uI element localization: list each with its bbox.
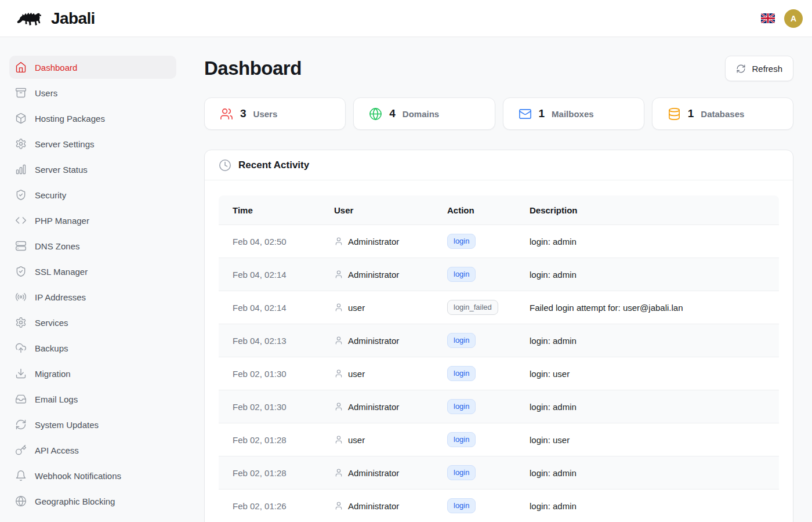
brand-logo[interactable]: Jabali: [16, 8, 95, 30]
activity-row: Feb 04, 02:14userlogin_failedFailed logi…: [219, 291, 779, 324]
activity-description: login: admin: [530, 336, 779, 346]
page-layout: DashboardUsersHosting PackagesServer Set…: [0, 0, 812, 522]
activity-user: Administrator: [334, 468, 447, 478]
activity-time: Feb 02, 01:30: [219, 402, 334, 412]
sidebar-item-dns-zones[interactable]: DNS Zones: [9, 234, 176, 258]
sidebar-item-users[interactable]: Users: [9, 81, 176, 104]
stat-label: Domains: [403, 109, 439, 119]
activity-user: user: [334, 369, 447, 379]
sidebar-item-label: Security: [35, 190, 66, 200]
sidebar-item-label: DNS Zones: [35, 241, 80, 251]
stat-value: 4: [389, 107, 396, 120]
sidebar-item-migration[interactable]: Migration: [9, 362, 176, 385]
activity-user: Administrator: [334, 501, 447, 511]
activity-description: login: admin: [530, 468, 779, 478]
shield-check-icon: [15, 266, 27, 277]
sidebar-item-security[interactable]: Security: [9, 183, 176, 206]
sidebar-item-backups[interactable]: Backups: [9, 336, 176, 360]
stat-value: 1: [539, 107, 545, 120]
sidebar-item-ip-addresses[interactable]: IP Addresses: [9, 285, 176, 309]
main-content: Dashboard Refresh 3Users4Domains1Mailbox…: [186, 37, 812, 522]
sidebar-item-label: API Access: [35, 445, 79, 455]
stat-card-users[interactable]: 3Users: [204, 97, 346, 130]
bar-chart-icon: [15, 164, 27, 175]
activity-row: Feb 04, 02:14Administratorloginlogin: ad…: [219, 258, 779, 291]
user-icon: [334, 402, 343, 411]
broadcast-icon: [15, 291, 27, 303]
sidebar-item-label: Migration: [35, 369, 71, 379]
uk-flag-icon[interactable]: [761, 13, 775, 23]
activity-time: Feb 04, 02:14: [219, 270, 334, 280]
sidebar-item-dashboard[interactable]: Dashboard: [9, 56, 176, 79]
title-row: Dashboard Refresh: [204, 56, 793, 81]
sidebar-item-label: Email Logs: [35, 394, 78, 404]
action-badge: login: [447, 498, 476, 513]
shield-check-icon: [15, 189, 27, 201]
globe-icon: [15, 495, 27, 507]
sidebar-item-api-access[interactable]: API Access: [9, 438, 176, 462]
sidebar-item-email-logs[interactable]: Email Logs: [9, 387, 176, 411]
sidebar-nav: DashboardUsersHosting PackagesServer Set…: [0, 37, 186, 522]
sidebar-item-geographic-blocking[interactable]: Geographic Blocking: [9, 490, 176, 513]
activity-table-header: TimeUserActionDescription: [219, 195, 779, 224]
key-icon: [15, 444, 27, 456]
activity-description: login: user: [530, 435, 779, 445]
sidebar-item-webhook-notifications[interactable]: Webhook Notifications: [9, 464, 176, 487]
column-header-user: User: [334, 205, 447, 215]
sidebar-item-ssl-manager[interactable]: SSL Manager: [9, 260, 176, 283]
sidebar-item-services[interactable]: Services: [9, 311, 176, 334]
user-icon: [334, 369, 343, 378]
sidebar-item-label: PHP Manager: [35, 216, 89, 226]
avatar[interactable]: A: [784, 9, 803, 28]
action-badge: login: [447, 333, 476, 348]
activity-user: user: [334, 303, 447, 313]
recent-activity-title: Recent Activity: [238, 160, 309, 171]
stat-label: Mailboxes: [552, 109, 594, 119]
activity-user: Administrator: [334, 237, 447, 246]
sidebar-item-php-manager[interactable]: PHP Manager: [9, 209, 176, 232]
bell-icon: [15, 470, 27, 481]
sidebar-item-label: Dashboard: [35, 63, 77, 72]
activity-table: TimeUserActionDescription Feb 04, 02:50A…: [219, 195, 779, 522]
refresh-icon: [736, 64, 746, 74]
activity-time: Feb 04, 02:50: [219, 237, 334, 246]
stats-row: 3Users4Domains1Mailboxes1Databases: [204, 97, 793, 130]
activity-description: login: admin: [530, 237, 779, 246]
gear-icon: [15, 138, 27, 150]
sidebar-item-server-settings[interactable]: Server Settings: [9, 132, 176, 155]
column-header-time: Time: [219, 205, 334, 215]
activity-row: Feb 04, 02:13Administratorloginlogin: ad…: [219, 324, 779, 357]
user-icon: [334, 270, 343, 279]
sidebar-item-server-status[interactable]: Server Status: [9, 158, 176, 181]
sidebar-item-system-updates[interactable]: System Updates: [9, 413, 176, 436]
sidebar-item-label: System Updates: [35, 420, 99, 430]
sidebar-item-label: Server Settings: [35, 139, 95, 149]
user-icon: [334, 435, 343, 444]
stat-card-domains[interactable]: 4Domains: [353, 97, 495, 130]
top-right-controls: A: [761, 9, 803, 28]
activity-description: login: user: [530, 369, 779, 379]
sidebar-item-label: Services: [35, 318, 68, 328]
server-stack-icon: [15, 240, 27, 252]
sidebar-item-label: Users: [35, 88, 57, 98]
sidebar-item-hosting-packages[interactable]: Hosting Packages: [9, 107, 176, 130]
stat-value: 1: [688, 107, 694, 120]
recent-activity-card: Recent Activity TimeUserActionDescriptio…: [204, 150, 793, 522]
refresh-button[interactable]: Refresh: [725, 56, 793, 81]
activity-user: Administrator: [334, 336, 447, 346]
activity-time: Feb 02, 01:28: [219, 468, 334, 478]
top-bar: Jabali A: [0, 0, 812, 37]
action-badge: login: [447, 366, 476, 381]
stat-value: 3: [240, 107, 246, 120]
sidebar-item-label: SSL Manager: [35, 267, 88, 277]
activity-description: login: admin: [530, 402, 779, 412]
code-icon: [15, 215, 27, 226]
activity-description: Failed login attempt for: user@jabali.la…: [530, 303, 779, 313]
activity-time: Feb 02, 01:30: [219, 369, 334, 379]
activity-table-body: Feb 04, 02:50Administratorloginlogin: ad…: [219, 224, 779, 522]
activity-row: Feb 02, 01:28userloginlogin: user: [219, 423, 779, 456]
activity-time: Feb 04, 02:13: [219, 336, 334, 346]
stat-card-databases[interactable]: 1Databases: [652, 97, 793, 130]
stat-card-mailboxes[interactable]: 1Mailboxes: [503, 97, 644, 130]
sidebar-item-label: Geographic Blocking: [35, 496, 115, 506]
